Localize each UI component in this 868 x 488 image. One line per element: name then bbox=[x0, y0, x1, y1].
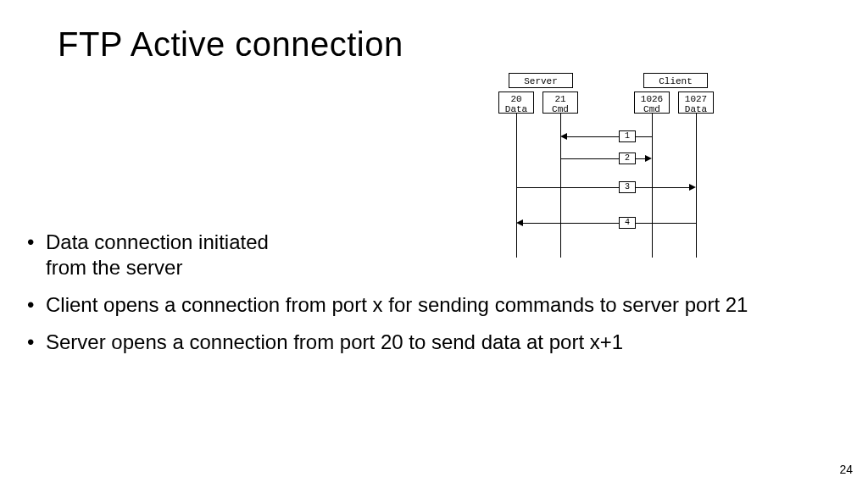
port-21-cmd: 21 Cmd bbox=[542, 92, 578, 114]
client-header: Client bbox=[643, 73, 708, 88]
server-header: Server bbox=[509, 73, 573, 88]
slide-title: FTP Active connection bbox=[58, 25, 403, 64]
port-num: 1026 bbox=[635, 94, 669, 104]
bullet-item: • Server opens a connection from port 20… bbox=[24, 330, 837, 355]
arrow-2-seg-b bbox=[636, 158, 645, 159]
arrow-1-head bbox=[560, 133, 567, 140]
port-1026-cmd: 1026 Cmd bbox=[634, 92, 670, 114]
msg-4: 4 bbox=[619, 217, 636, 229]
arrow-1-seg-b bbox=[636, 136, 652, 137]
msg-2: 2 bbox=[619, 152, 636, 164]
bullet-dot-icon: • bbox=[24, 330, 46, 355]
port-num: 21 bbox=[543, 94, 577, 104]
arrow-4-head bbox=[516, 219, 523, 226]
arrow-1-seg-a bbox=[567, 136, 619, 137]
bullet-item: • Client opens a connection from port x … bbox=[24, 292, 837, 318]
arrow-3-seg-b bbox=[636, 187, 689, 188]
bullet-item: • Data connection initiated from the ser… bbox=[24, 230, 837, 280]
bullet-dot-icon: • bbox=[24, 230, 46, 280]
port-num: 20 bbox=[499, 94, 533, 104]
arrow-4-seg-b bbox=[636, 223, 696, 224]
arrow-2-head bbox=[645, 155, 652, 162]
msg-3: 3 bbox=[619, 181, 636, 193]
bullet-dot-icon: • bbox=[24, 292, 46, 318]
arrow-4-seg-a bbox=[523, 223, 619, 224]
arrow-2-seg-a bbox=[560, 158, 619, 159]
port-1027-data: 1027 Data bbox=[678, 92, 714, 114]
arrow-3-head bbox=[689, 184, 696, 191]
port-20-data: 20 Data bbox=[498, 92, 534, 114]
bullet-text: Server opens a connection from port 20 t… bbox=[46, 330, 837, 355]
bullet-text: Data connection initiated from the serve… bbox=[46, 230, 300, 280]
slide: FTP Active connection Server Client 20 D… bbox=[0, 0, 868, 488]
bullet-list: • Data connection initiated from the ser… bbox=[24, 230, 837, 367]
arrow-3-seg-a bbox=[516, 187, 619, 188]
bullet-text: Client opens a connection from port x fo… bbox=[46, 292, 837, 318]
port-num: 1027 bbox=[679, 94, 713, 104]
page-number: 24 bbox=[839, 463, 853, 476]
msg-1: 1 bbox=[619, 130, 636, 142]
